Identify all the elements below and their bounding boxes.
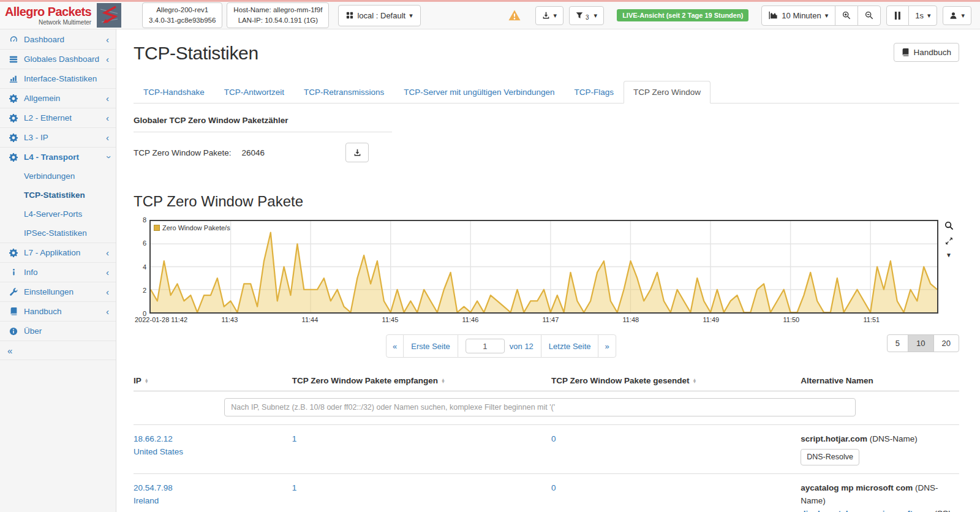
zoom-in-button[interactable]: [835, 6, 858, 26]
device-info-group: Allegro-200-rev1 3.4.0-31-gc8e93b956 Hos…: [142, 2, 421, 29]
sidebar-subitem-tcp-statistiken[interactable]: TCP-Statistiken: [0, 186, 116, 205]
ip-link[interactable]: 18.66.2.12: [134, 433, 292, 446]
refresh-controls-group: 1s ▾: [886, 6, 937, 26]
sidebar-item-l7-applikation[interactable]: L7 - Applikation ‹: [0, 243, 116, 262]
sidebar-item-ueber[interactable]: Über: [0, 321, 116, 341]
pager-last-button[interactable]: Letzte Seite: [541, 334, 599, 358]
sort-icon[interactable]: ▲▼: [145, 378, 149, 383]
time-controls-group: 10 Minuten ▾: [761, 6, 881, 26]
pager: « Erste Seite von 12 Letzte Seite »: [386, 334, 616, 358]
pager-prev-button[interactable]: «: [386, 334, 404, 358]
user-menu-button[interactable]: ▾: [943, 6, 971, 25]
chart-resize-icon[interactable]: [945, 237, 953, 245]
zoom-out-button[interactable]: [858, 6, 881, 26]
country-link[interactable]: United States: [134, 446, 292, 459]
tab-tcp-handshake[interactable]: TCP-Handshake: [134, 81, 214, 104]
sidebar-item-l4-transport[interactable]: L4 - Transport ‹: [0, 147, 116, 167]
sidebar-item-label: Dashboard: [24, 35, 106, 44]
area-chart-icon: [769, 11, 778, 20]
sidebar-item-interface-statistiken[interactable]: Interface-Statistiken: [0, 69, 116, 88]
sidebar-item-l3-ip[interactable]: L3 - IP ‹: [0, 127, 116, 147]
sidebar-collapse-button[interactable]: «: [0, 341, 116, 360]
gear-icon: [7, 249, 20, 257]
sidebar-item-globales-dashboard[interactable]: Globales Dashboard ‹: [0, 49, 116, 69]
chevron-left-icon: ‹: [106, 55, 109, 64]
sidebar-item-handbuch[interactable]: Handbuch ‹: [0, 301, 116, 321]
book-icon: [902, 48, 910, 56]
legend-swatch: [154, 225, 160, 231]
page-number-input[interactable]: [466, 339, 505, 353]
refresh-interval-button[interactable]: 1s ▾: [908, 6, 937, 26]
dns-name: script.hotjar.com: [801, 434, 867, 443]
sidebar-item-label: Einstellungen: [24, 287, 106, 296]
pause-button[interactable]: [886, 6, 909, 26]
table-header-sent[interactable]: TCP Zero Window Pakete gesendet ▲▼: [551, 376, 801, 385]
sent-link[interactable]: 0: [551, 433, 801, 446]
sort-icon[interactable]: ▲▼: [441, 378, 445, 383]
caret-down-icon: ▾: [825, 12, 829, 20]
page-size-20-button[interactable]: 20: [933, 334, 959, 352]
sidebar-item-l2-ethernet[interactable]: L2 - Ethernet ‹: [0, 108, 116, 127]
download-icon: [542, 12, 550, 20]
tab-tcp-server-ungueltige-verbindungen[interactable]: TCP-Server mit ungültigen Verbindungen: [394, 81, 564, 104]
chart-plot-area[interactable]: Zero Window Pakete/s: [149, 220, 938, 314]
tab-tcp-zero-window[interactable]: TCP Zero Window: [624, 81, 710, 104]
page-size-5-button[interactable]: 5: [887, 334, 908, 352]
country-link[interactable]: Ireland: [134, 495, 292, 508]
table-header-alternative-namen: Alternative Namen: [801, 376, 959, 385]
received-link[interactable]: 1: [292, 433, 551, 446]
pager-next-button[interactable]: »: [598, 334, 616, 358]
database-selector-label: local : Default: [357, 11, 405, 20]
ssl-name-link[interactable]: displaycatalog.mp.microsoft.com: [801, 509, 932, 512]
chevron-left-icon: ‹: [106, 248, 109, 257]
dns-name-type: (DNS-Name): [867, 434, 918, 443]
sidebar-item-dashboard[interactable]: Dashboard ‹: [0, 29, 116, 49]
x-tick-label: 11:51: [863, 316, 880, 323]
grid-icon: [346, 12, 353, 19]
sidebar-subitem-ipsec-statistiken[interactable]: IPSec-Statistiken: [0, 224, 116, 243]
database-selector-button[interactable]: local : Default ▾: [338, 5, 420, 26]
host-info-box: Host-Name: allegro-mm-1f9f LAN-IP: 10.54…: [227, 2, 329, 29]
ip-cell: 20.54.7.98 Ireland: [134, 482, 292, 512]
logo-title: Allegro Packets: [5, 6, 91, 18]
y-tick-label: 6: [143, 239, 146, 247]
gear-icon: [7, 153, 20, 162]
chart-collapse-icon[interactable]: ▼: [946, 252, 952, 258]
logo[interactable]: Allegro Packets Network Multimeter: [0, 3, 118, 28]
chart-tools: ▼: [938, 220, 959, 314]
chart: 02468 Zero Window Pakete/s: [134, 220, 959, 314]
tab-tcp-antwortzeit[interactable]: TCP-Antwortzeit: [214, 81, 294, 104]
sidebar-item-allgemein[interactable]: Allgemein ‹: [0, 88, 116, 108]
sidebar-item-info[interactable]: Info ‹: [0, 262, 116, 282]
table-header-ip[interactable]: IP ▲▼: [134, 376, 292, 385]
sidebar-item-einstellungen[interactable]: Einstellungen ‹: [0, 282, 116, 301]
tab-tcp-flags[interactable]: TCP-Flags: [565, 81, 624, 104]
caret-down-icon: ▾: [409, 12, 413, 20]
x-tick-label: 11:48: [623, 316, 639, 323]
sidebar-subitem-label: IPSec-Statistiken: [24, 228, 87, 238]
page-size-10-button[interactable]: 10: [908, 334, 933, 352]
sidebar-subitem-l4-server-ports[interactable]: L4-Server-Ports: [0, 205, 116, 224]
pager-first-button[interactable]: Erste Seite: [403, 334, 458, 358]
filter-button[interactable]: 3 ▾: [569, 6, 604, 25]
warning-icon[interactable]: [508, 9, 521, 21]
time-range-button[interactable]: 10 Minuten ▾: [761, 6, 835, 26]
counter-download-button[interactable]: [345, 143, 369, 162]
ip-link[interactable]: 20.54.7.98: [134, 482, 292, 495]
sent-link[interactable]: 0: [551, 482, 801, 495]
tab-tcp-retransmissions[interactable]: TCP-Retransmissions: [294, 81, 394, 104]
alternative-names-cell: script.hotjar.com (DNS-Name) DNS-Resolve: [801, 433, 959, 465]
search-input[interactable]: [224, 398, 856, 416]
received-link[interactable]: 1: [292, 482, 551, 495]
chart-y-axis: 02468: [134, 220, 149, 314]
table-row: 20.54.7.98 Ireland 1 0 aycatalog mp micr…: [134, 473, 959, 512]
counter-label: TCP Zero Window Pakete:: [134, 148, 232, 157]
x-tick-label: 11:50: [783, 316, 800, 323]
chart-zoom-icon[interactable]: [944, 221, 954, 230]
table-header-received[interactable]: TCP Zero Window Pakete empfangen ▲▼: [292, 376, 551, 385]
download-button[interactable]: ▾: [535, 6, 564, 25]
sidebar-subitem-verbindungen[interactable]: Verbindungen: [0, 167, 116, 186]
handbuch-button[interactable]: Handbuch: [894, 43, 959, 62]
sort-icon[interactable]: ▲▼: [693, 378, 697, 383]
dns-resolve-button[interactable]: DNS-Resolve: [801, 449, 859, 465]
